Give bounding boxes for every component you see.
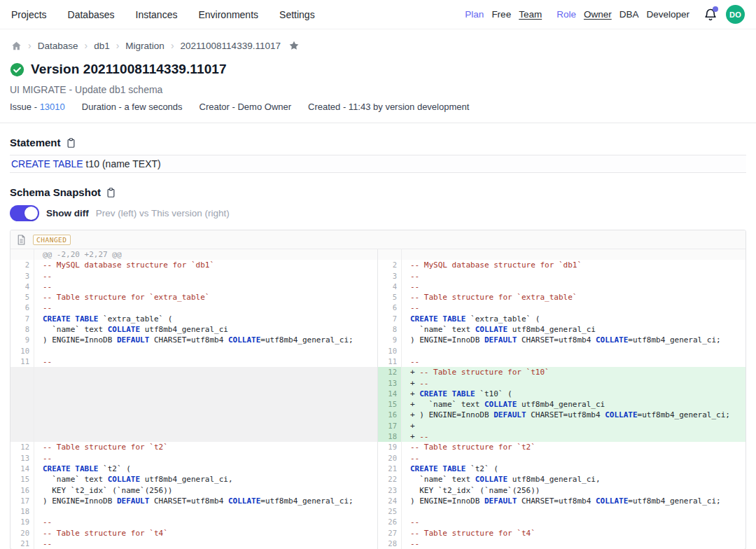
nav-settings[interactable]: Settings <box>279 9 315 20</box>
home-icon[interactable] <box>11 41 22 51</box>
issue-link[interactable]: 13010 <box>40 102 65 112</box>
diff-row-ctx: 8 `name` text COLLATE utf8mb4_general_ci <box>10 324 377 335</box>
line-number: 12 <box>10 442 34 452</box>
diff-row-ctx: 19-- <box>10 517 377 527</box>
diff-row-ctx: 8 `name` text COLLATE utf8mb4_general_ci <box>378 324 746 335</box>
diff-row-ctx: 21-- <box>10 538 377 549</box>
code-line: + CREATE TABLE `t10` ( <box>402 389 746 399</box>
line-number: 10 <box>378 346 402 356</box>
code-line: -- <box>402 453 746 464</box>
nav-environments[interactable]: Environments <box>198 9 258 20</box>
plan-free-option[interactable]: Free <box>491 9 511 20</box>
diff-row-ctx: 23 KEY `t2_idx` (`name`(256)) <box>378 485 746 496</box>
star-icon[interactable] <box>288 40 300 51</box>
line-number: 8 <box>10 324 34 335</box>
diff-row-hunk: @@ -2,20 +2,27 @@ <box>10 249 377 260</box>
code-line: + -- Table structure for `t10` <box>402 367 746 377</box>
notification-bell-icon[interactable] <box>703 7 718 22</box>
code-line: -- <box>34 303 377 313</box>
role-owner-option[interactable]: Owner <box>584 9 612 20</box>
line-number: 11 <box>378 356 402 367</box>
role-developer-option[interactable]: Developer <box>646 9 690 20</box>
sql-keyword: CREATE TABLE <box>11 158 83 169</box>
line-number <box>10 389 34 399</box>
line-number: 14 <box>10 464 34 474</box>
breadcrumb-migration[interactable]: Migration <box>125 41 164 51</box>
code-line: -- <box>34 538 377 549</box>
code-line <box>402 506 746 517</box>
line-number: 4 <box>378 282 402 292</box>
diff-row-ctx: 3-- <box>378 271 746 282</box>
code-line: `name` text COLLATE utf8mb4_general_ci, <box>402 474 746 485</box>
line-number: 6 <box>10 303 34 313</box>
code-line: -- Table structure for `t4` <box>402 528 746 538</box>
diff-row-ctx: 16 KEY `t2_idx` (`name`(256)) <box>10 485 377 496</box>
line-number: 13 <box>378 378 402 389</box>
diff-row-ctx: 9) ENGINE=InnoDB DEFAULT CHARSET=utf8mb4… <box>10 335 377 345</box>
diff-row-fill <box>10 389 377 399</box>
diff-row-ctx: 2-- MySQL database structure for `db1` <box>378 260 746 270</box>
code-line: ) ENGINE=InnoDB DEFAULT CHARSET=utf8mb4 … <box>34 335 377 345</box>
role-label: Role <box>556 9 576 20</box>
diff-row-add: 14+ CREATE TABLE `t10` ( <box>378 389 746 399</box>
line-number: 9 <box>378 335 402 345</box>
diff-row-ctx: 21CREATE TABLE `t2` ( <box>378 464 746 474</box>
code-line: -- <box>402 538 746 549</box>
code-line: @@ -2,20 +2,27 @@ <box>34 249 377 260</box>
diff-right-column[interactable]: 2-- MySQL database structure for `db1`3-… <box>378 249 746 549</box>
diff-left-column[interactable]: @@ -2,20 +2,27 @@2-- MySQL database stru… <box>10 249 378 549</box>
diff-row-ctx: 24) ENGINE=InnoDB DEFAULT CHARSET=utf8mb… <box>378 496 746 506</box>
code-line <box>34 378 377 389</box>
code-line: KEY `t2_idx` (`name`(256)) <box>34 485 377 496</box>
diff-row-ctx: 4-- <box>378 282 746 292</box>
diff-row-ctx: 10 <box>10 346 377 356</box>
code-line: CREATE TABLE `extra_table` ( <box>402 314 746 324</box>
breadcrumb-db1[interactable]: db1 <box>94 41 110 51</box>
meta-issue: Issue - 13010 <box>10 102 65 112</box>
code-line: -- Table structure for `t4` <box>34 528 377 538</box>
diff-row-add: 18+ -- <box>378 431 746 442</box>
sql-rest: t10 (name TEXT) <box>83 158 161 169</box>
nav-projects[interactable]: Projects <box>11 9 47 20</box>
diff-row-fill <box>10 367 377 377</box>
code-line: + -- <box>402 431 746 442</box>
copy-snapshot-icon[interactable] <box>106 187 116 198</box>
diff-row-ctx: 10 <box>378 346 746 356</box>
code-line: `name` text COLLATE utf8mb4_general_ci <box>34 324 377 335</box>
breadcrumb-version[interactable]: 20211008114339.11017 <box>181 41 281 51</box>
line-number: 17 <box>378 421 402 431</box>
meta-created: Created - 11:43 by version development <box>308 102 469 112</box>
code-line: -- <box>34 453 377 464</box>
avatar[interactable]: DO <box>726 5 745 24</box>
line-number <box>10 249 34 260</box>
line-number: 26 <box>378 517 402 527</box>
plan-team-option[interactable]: Team <box>519 9 542 20</box>
show-diff-toggle[interactable] <box>10 205 39 221</box>
statement-sql: CREATE TABLE t10 (name TEXT) <box>10 155 746 173</box>
line-number: 14 <box>378 389 402 399</box>
diff-toggle-row: Show diff Prev (left) vs This version (r… <box>10 205 745 221</box>
line-number: 27 <box>378 528 402 538</box>
line-number: 16 <box>10 485 34 496</box>
line-number: 8 <box>378 324 402 335</box>
role-dba-option[interactable]: DBA <box>620 9 639 20</box>
diff-row-fill <box>10 378 377 389</box>
success-check-icon <box>10 62 24 77</box>
line-number: 11 <box>10 356 34 367</box>
line-number: 9 <box>10 335 34 345</box>
diff-row-hunkpad <box>378 249 746 260</box>
diff-row-ctx: 5-- Table structure for `extra_table` <box>378 292 746 303</box>
code-line: -- <box>34 271 377 282</box>
copy-statement-icon[interactable] <box>66 137 76 148</box>
line-number <box>10 378 34 389</box>
nav-databases[interactable]: Databases <box>68 9 115 20</box>
file-icon <box>17 235 26 245</box>
nav-instances[interactable]: Instances <box>136 9 178 20</box>
diff-row-ctx: 14CREATE TABLE `t2` ( <box>10 464 377 474</box>
line-number <box>10 410 34 420</box>
breadcrumb-database[interactable]: Database <box>38 41 78 51</box>
line-number: 6 <box>378 303 402 313</box>
diff-row-ctx: 11-- <box>10 356 377 367</box>
meta-duration: Duration - a few seconds <box>82 102 183 112</box>
diff-row-ctx: 9) ENGINE=InnoDB DEFAULT CHARSET=utf8mb4… <box>378 335 746 345</box>
